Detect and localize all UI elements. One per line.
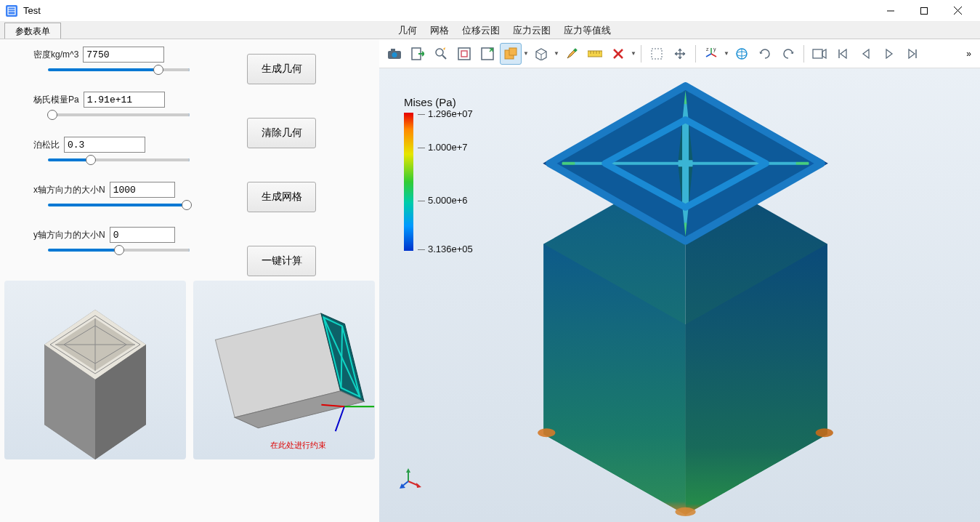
poisson-label: 泊松比 xyxy=(33,139,60,151)
forcex-slider[interactable] xyxy=(48,204,190,206)
legend-tick: 3.136e+05 xyxy=(418,244,473,254)
globe-icon[interactable] xyxy=(731,43,753,65)
rotate-cw-icon[interactable] xyxy=(754,43,776,65)
legend-colorbar xyxy=(404,113,413,251)
export-icon[interactable] xyxy=(407,43,429,65)
generate-geometry-button[interactable]: 生成几何 xyxy=(247,54,316,84)
svg-marker-56 xyxy=(822,49,826,58)
youngs-label: 杨氏模量Pa xyxy=(33,94,79,106)
tab-stress-contour[interactable]: 应力等值线 xyxy=(564,24,611,37)
svg-rect-27 xyxy=(391,49,395,52)
legend-title: Mises (Pa) xyxy=(404,96,469,108)
viewport-toolbar: ▼ ▼ ▼ zy▼ » xyxy=(379,39,980,68)
delete-dropdown-icon[interactable]: ▼ xyxy=(631,50,636,57)
youngs-input[interactable] xyxy=(84,92,165,108)
tab-stress[interactable]: 应力云图 xyxy=(513,24,551,37)
svg-point-29 xyxy=(436,49,443,56)
tab-params[interactable]: 参数表单 xyxy=(4,23,61,39)
forcey-input[interactable] xyxy=(110,227,175,243)
video-icon[interactable] xyxy=(809,43,830,65)
brush-icon[interactable] xyxy=(561,43,583,65)
axis-dropdown-icon[interactable]: ▼ xyxy=(724,50,729,57)
axis-icon[interactable]: zy xyxy=(700,43,722,65)
svg-text:y: y xyxy=(713,47,716,52)
youngs-slider[interactable] xyxy=(48,113,190,116)
geometry-preview xyxy=(4,281,186,459)
step-back-icon[interactable] xyxy=(855,43,877,65)
poisson-input[interactable] xyxy=(64,137,145,153)
legend-ticks: 1.296e+07 1.000e+7 5.000e+6 3.136e+05 xyxy=(418,113,469,251)
clear-geometry-button[interactable]: 清除几何 xyxy=(247,118,316,148)
svg-line-48 xyxy=(711,54,716,57)
svg-point-88 xyxy=(816,428,833,437)
right-panel: ▼ ▼ ▼ zy▼ » Mises (Pa) xyxy=(379,39,980,522)
generate-mesh-button[interactable]: 生成网格 xyxy=(247,182,316,212)
close-button[interactable] xyxy=(941,0,974,22)
svg-point-26 xyxy=(392,52,397,57)
skip-end-icon[interactable] xyxy=(902,43,923,65)
density-input[interactable] xyxy=(83,47,164,63)
stress-plot xyxy=(379,68,980,522)
svg-marker-61 xyxy=(909,49,915,58)
compute-button[interactable]: 一键计算 xyxy=(247,246,316,276)
density-label: 密度kg/m^3 xyxy=(33,49,78,61)
svg-point-87 xyxy=(538,428,555,437)
tab-geometry[interactable]: 几何 xyxy=(398,24,417,37)
legend-tick: 1.000e+7 xyxy=(418,142,468,153)
svg-marker-58 xyxy=(841,49,846,58)
viewport-3d[interactable]: Mises (Pa) 1.296e+07 1.000e+7 5.000e+6 3… xyxy=(379,68,980,522)
svg-point-89 xyxy=(675,507,695,516)
cube-dropdown-icon[interactable]: ▼ xyxy=(554,50,559,57)
constraint-label: 在此处进行约束 xyxy=(270,440,326,451)
maximize-button[interactable] xyxy=(907,0,941,22)
color-legend: Mises (Pa) 1.296e+07 1.000e+7 5.000e+6 3… xyxy=(404,96,469,251)
legend-tick: 1.296e+07 xyxy=(418,108,473,119)
app-icon xyxy=(6,5,17,17)
poisson-slider[interactable] xyxy=(48,158,190,161)
svg-rect-46 xyxy=(652,49,662,59)
legend-tick: 5.000e+6 xyxy=(418,195,468,206)
zoom-area-icon[interactable] xyxy=(477,43,498,65)
forcex-label: x轴方向力的大小N xyxy=(33,184,105,196)
svg-line-49 xyxy=(706,54,711,57)
svg-marker-60 xyxy=(886,49,892,58)
tab-mesh[interactable]: 网格 xyxy=(430,24,449,37)
window-title: Test xyxy=(23,5,874,16)
svg-text:z: z xyxy=(706,47,709,52)
ruler-icon[interactable] xyxy=(584,43,606,65)
density-slider[interactable] xyxy=(48,68,190,71)
delete-icon[interactable] xyxy=(607,43,629,65)
camera-icon[interactable] xyxy=(384,43,405,65)
fit-window-icon[interactable] xyxy=(453,43,475,65)
forcey-slider[interactable] xyxy=(48,249,190,252)
play-icon[interactable] xyxy=(878,43,900,65)
box-dropdown-icon[interactable]: ▼ xyxy=(523,50,529,57)
constraint-preview: 在此处进行约束 xyxy=(193,281,375,459)
pan-icon[interactable] xyxy=(669,43,691,65)
zoom-icon[interactable] xyxy=(430,43,452,65)
svg-rect-35 xyxy=(509,48,517,55)
forcey-label: y轴方向力的大小N xyxy=(33,229,105,241)
svg-marker-59 xyxy=(863,49,869,58)
left-panel: 密度kg/m^3 杨氏模量Pa 泊松比 xyxy=(0,39,379,522)
box-select-icon[interactable] xyxy=(500,43,522,65)
rotate-ccw-icon[interactable] xyxy=(777,43,799,65)
right-tabs: 几何 网格 位移云图 应力云图 应力等值线 xyxy=(392,22,611,39)
svg-marker-91 xyxy=(406,468,410,473)
toolbar-overflow[interactable]: » xyxy=(966,49,976,59)
tab-displacement[interactable]: 位移云图 xyxy=(462,24,500,37)
forcex-input[interactable] xyxy=(110,182,175,198)
minimize-button[interactable] xyxy=(874,0,907,22)
skip-start-icon[interactable] xyxy=(832,43,854,65)
svg-line-30 xyxy=(442,55,446,59)
menubar: 参数表单 几何 网格 位移云图 应力云图 应力等值线 xyxy=(0,22,980,39)
cube-icon[interactable] xyxy=(530,43,552,65)
svg-rect-55 xyxy=(813,49,822,58)
svg-rect-4 xyxy=(921,7,928,14)
svg-rect-32 xyxy=(461,51,467,57)
svg-rect-0 xyxy=(8,7,15,15)
svg-rect-31 xyxy=(458,48,470,60)
select-rect-icon[interactable] xyxy=(646,43,668,65)
svg-line-23 xyxy=(331,406,350,431)
axis-triad-icon xyxy=(400,468,421,490)
